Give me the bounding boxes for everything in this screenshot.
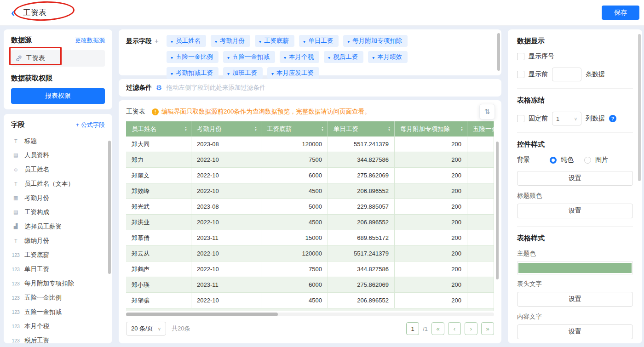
field-list-item[interactable]: 123 税后工资 [11,333,105,343]
sort-arrows-icon[interactable] [460,126,463,131]
column-header[interactable]: 工资底薪 [261,121,328,137]
field-list-item[interactable]: T 员工姓名（文本） [11,176,105,191]
field-list-item[interactable]: 123 本月个税 [11,319,105,333]
datasource-item-label: 工资表 [26,54,45,63]
background-set-button[interactable]: 设置 [517,171,633,186]
header-text-set-button[interactable]: 设置 [517,292,633,307]
datasource-item[interactable]: 工资表 [11,50,105,67]
show-index-label: 显示序号 [529,52,554,61]
first-page-button[interactable]: « [431,322,444,335]
sort-toggle-button[interactable]: ⇅ [479,104,495,119]
settings-scrollbar[interactable] [638,34,641,181]
chevron-down-icon [259,38,261,45]
field-list-item[interactable]: 123 工资底薪 [11,248,105,262]
next-page-button[interactable]: › [465,322,477,335]
filter-panel[interactable]: 过滤条件 ⚙ 拖动左侧字段到此处来添加过滤条件 [119,79,501,97]
column-header[interactable]: 每月附加专项扣除 [395,121,467,137]
field-label: 人员资料 [24,151,49,159]
field-chip[interactable]: 员工姓名 [167,35,206,47]
report-permission-button[interactable]: 报表权限 [11,88,105,104]
field-chip[interactable]: 单日工资 [299,35,339,47]
table-row: 郑力 2022-10 7500 344.827586 200 [126,152,494,168]
column-header[interactable]: 五险一金 [467,121,494,137]
field-label: 每月附加专项扣除 [24,279,74,288]
show-index-checkbox[interactable] [517,53,524,60]
field-chip[interactable]: 工资底薪 [255,35,294,47]
field-type-icon: ▤ [11,209,20,215]
show-first-checkbox[interactable] [517,71,524,78]
field-chip[interactable]: 本月应发工资 [267,67,319,79]
current-page-input[interactable]: 1 [406,322,419,335]
field-list-item[interactable]: ▤ 人员资料 [11,148,105,162]
field-list-item[interactable]: ▟ 选择员工薪资 [11,219,105,233]
filter-label: 过滤条件 [126,84,152,92]
save-button[interactable]: 保存 [602,6,639,20]
field-list-item[interactable]: ▤ 工资构成 [11,205,105,219]
back-icon[interactable]: ‹ [11,8,15,17]
field-chip[interactable]: 本月绩效 [368,51,408,63]
background-label: 背景 [517,156,546,164]
cell-monthly-deduction: 200 [395,152,467,168]
field-list-item[interactable]: 123 单日工资 [11,262,105,276]
chevron-down-icon [372,54,374,61]
cell-daily-wage: 344.827586 [328,262,395,277]
prev-page-button[interactable]: ‹ [448,322,461,335]
freeze-column-select[interactable]: 1 ∨ [552,112,581,125]
table-body: 郑大同 2023-08 120000 5517.241379 200 郑力 20… [126,137,494,308]
field-list-item[interactable]: ▦ 考勤月份 [11,191,105,205]
fields-scrollbar[interactable] [108,141,111,274]
help-icon[interactable]: ? [609,115,616,122]
column-header-label: 单日工资 [334,125,358,133]
sort-arrows-icon[interactable] [388,126,391,131]
field-chip[interactable]: 加班工资 [223,67,263,79]
cell-employee-name: 郑效峰 [126,183,191,199]
cell-base-salary: 4500 [261,293,328,308]
cell-daily-wage: 5517.241379 [328,246,395,262]
sort-arrows-icon[interactable] [321,126,324,131]
chevron-down-icon [328,54,330,61]
table-scrollbar[interactable] [496,142,499,279]
field-chip[interactable]: 五险一金扣减 [223,51,275,63]
change-datasource-link[interactable]: 更改数据源 [75,36,105,45]
sort-arrows-icon[interactable] [184,126,187,131]
field-list-item[interactable]: T 缴纳月份 [11,233,105,248]
chips-scrollbar[interactable] [497,33,500,71]
field-list-item[interactable]: 123 五险一金扣减 [11,305,105,319]
field-chip[interactable]: 考勤扣减工资 [167,67,218,79]
field-list-item[interactable]: 123 五险一金比例 [11,290,105,305]
field-label: 工资底薪 [24,251,49,259]
solid-color-radio[interactable] [550,157,557,164]
field-chip[interactable]: 税后工资 [324,51,363,63]
field-chip[interactable]: 考勤月份 [211,35,250,47]
title-color-set-button[interactable]: 设置 [517,204,633,218]
app-window: ‹ 工资表 保存 数据源 更改数据源 工资表 数据获取权限 报表权限 [0,0,644,347]
last-page-button[interactable]: » [481,322,494,335]
column-header[interactable]: 考勤月份 [191,121,261,137]
field-type-icon: 123 [11,267,20,272]
freeze-checkbox[interactable] [517,115,524,122]
field-list-item[interactable]: ☺ 员工姓名 [11,162,105,176]
column-header[interactable]: 员工姓名 [126,121,191,137]
add-formula-field-link[interactable]: + 公式字段 [76,121,105,129]
field-chip[interactable]: 本月个税 [280,51,319,63]
chevron-down-icon [271,70,274,77]
gear-icon[interactable]: ⚙ [156,84,162,92]
field-type-icon: 123 [11,252,20,258]
theme-color-swatch[interactable] [517,262,633,274]
sort-arrows-icon[interactable] [254,126,257,131]
page-size-select[interactable]: 20 条/页 ∨ [126,322,166,336]
cell-insurance [467,137,494,152]
field-list-item[interactable]: T 标题 [11,134,105,148]
cell-attendance-month: 2022-10 [191,246,261,262]
row-count-input[interactable] [552,68,581,81]
field-list-item[interactable]: 123 每月附加专项扣除 [11,276,105,290]
image-radio[interactable] [584,157,591,164]
add-display-field-icon[interactable]: + [155,37,159,45]
content-text-set-button[interactable]: 设置 [517,324,633,339]
field-chip[interactable]: 每月附加专项扣除 [343,35,408,47]
horizontal-scrollbar-thumb[interactable] [126,313,278,316]
field-chip[interactable]: 五险一金比例 [167,51,218,63]
column-header[interactable]: 单日工资 [328,121,395,137]
data-display-heading: 数据显示 [517,37,633,46]
cell-employee-name: 郑慕倩 [126,230,191,246]
